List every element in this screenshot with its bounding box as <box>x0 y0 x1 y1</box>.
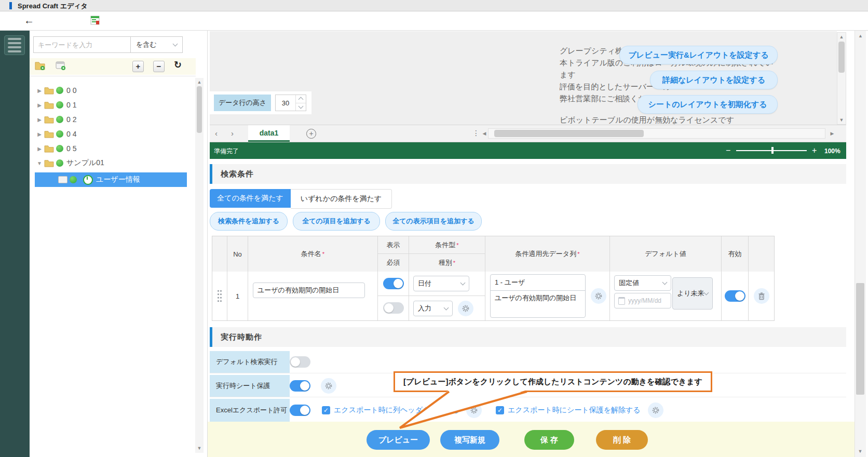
preview-scrollbar-thumb[interactable] <box>838 42 845 73</box>
scroll-right-icon[interactable]: ▶ <box>829 131 836 136</box>
tree-item-sample01[interactable]: ▼ サンプル01 <box>35 156 187 170</box>
header-no: No <box>227 236 248 272</box>
expand-icon[interactable]: ▶ <box>35 88 44 93</box>
scroll-down-icon[interactable]: ▼ <box>195 446 204 451</box>
stepper-up-icon[interactable] <box>296 95 306 103</box>
add-folder-icon[interactable] <box>34 60 46 71</box>
tree-toolbar <box>30 58 196 75</box>
collapse-all-button[interactable]: − <box>153 61 165 72</box>
app-title: Spread Craft エディタ <box>18 2 88 11</box>
export-header-checkbox[interactable]: ✓ <box>322 406 330 414</box>
target-settings-gear-icon[interactable] <box>591 288 606 304</box>
scroll-up-icon[interactable]: ▲ <box>837 33 846 39</box>
kind-select[interactable]: 入力 <box>413 301 453 316</box>
export-unprotect-gear-icon[interactable] <box>648 402 663 418</box>
tree-item-label: 0 0 <box>66 86 76 95</box>
page-scrollbar-thumb[interactable] <box>856 283 864 395</box>
chevron-down-icon <box>704 290 709 295</box>
stepper-down-icon[interactable] <box>296 103 306 111</box>
tab-match-all[interactable]: 全ての条件を満たす <box>210 189 291 208</box>
add-all-items-button[interactable]: 全ての項目を追加する <box>293 212 380 231</box>
row-height-input[interactable] <box>276 95 295 111</box>
target-column-value: ユーザの有効期間の開始日 <box>491 291 585 305</box>
folder-icon <box>44 130 54 138</box>
zoom-percent: 100% <box>824 147 840 155</box>
tab-nav-right-icon[interactable]: › <box>231 129 234 138</box>
tree-item-05[interactable]: ▶ 0 5 <box>35 141 187 156</box>
required-toggle[interactable] <box>383 302 404 314</box>
target-column-box[interactable]: 1 - ユーザ ユーザの有効期間の開始日 <box>490 274 586 318</box>
enabled-toggle[interactable] <box>725 290 745 302</box>
scroll-down-icon[interactable]: ▼ <box>837 117 846 123</box>
scroll-left-icon[interactable]: ◀ <box>481 131 488 136</box>
delete-button[interactable]: 削 除 <box>596 430 648 450</box>
tree-item-02[interactable]: ▶ 0 2 <box>35 112 187 127</box>
tree-scrollbar[interactable]: ▲ <box>195 78 204 453</box>
drag-handle[interactable] <box>217 289 222 303</box>
add-condition-button[interactable]: 検索条件を追加する <box>210 212 288 231</box>
header-label: 種別 <box>439 258 452 267</box>
folder-icon <box>44 144 54 153</box>
add-sheet-icon[interactable]: + <box>306 129 316 139</box>
tree-item-04[interactable]: ▶ 0 4 <box>35 127 187 141</box>
required-asterisk: * <box>577 251 579 257</box>
excel-export-toggle[interactable] <box>290 405 310 416</box>
collapse-icon[interactable]: ▼ <box>35 160 44 166</box>
folder-icon <box>44 86 54 95</box>
sheet-protect-label: 実行時シート保護 <box>210 375 290 397</box>
tree-scrollbar-thumb[interactable] <box>197 86 202 133</box>
zoom-slider-thumb[interactable] <box>771 147 774 154</box>
match-mode-select[interactable]: を含む <box>131 36 183 53</box>
status-dot-icon <box>56 101 63 109</box>
runtime-behavior-header: 実行時動作 <box>210 327 846 347</box>
expand-all-button[interactable]: + <box>132 61 144 72</box>
row-height-stepper[interactable] <box>275 95 306 111</box>
refresh-icon[interactable]: ↻ <box>174 59 182 71</box>
scroll-up-icon[interactable]: ▲ <box>195 78 204 85</box>
preview-run-layout-button[interactable]: プレビュー実行&レイアウトを設定する <box>619 46 778 64</box>
section-accent-bar <box>210 327 212 347</box>
tree-item-01[interactable]: ▶ 0 1 <box>35 98 187 112</box>
sheet-tab-data1[interactable]: data1 <box>248 125 290 142</box>
search-conditions-header: 検索条件 <box>210 164 846 184</box>
chevron-down-icon <box>460 280 466 286</box>
default-operator-select[interactable]: より未来 <box>672 277 713 310</box>
display-toggle[interactable] <box>383 278 404 289</box>
default-type-select[interactable]: 固定値 <box>614 275 671 291</box>
add-all-display-items-button[interactable]: 全ての表示項目を追加する <box>385 212 482 231</box>
tree-item-user-info-selected[interactable]: ユーザー情報 <box>35 172 187 187</box>
zoom-out-icon[interactable]: − <box>726 146 730 155</box>
keyword-search-input[interactable] <box>33 36 131 53</box>
expand-icon[interactable]: ▶ <box>35 117 44 123</box>
sheet-protect-gear-icon[interactable] <box>321 378 336 394</box>
tab-match-any[interactable]: いずれかの条件を満たす <box>291 189 392 209</box>
back-icon[interactable]: ← <box>24 15 34 26</box>
kind-settings-gear-icon[interactable] <box>458 301 473 316</box>
add-view-icon[interactable] <box>55 60 66 71</box>
expand-icon[interactable]: ▶ <box>35 146 44 152</box>
delete-row-trash-icon[interactable] <box>754 288 769 304</box>
detail-layout-button[interactable]: 詳細なレイアウトを設定する <box>650 71 778 89</box>
divider <box>30 76 196 76</box>
default-date-input[interactable]: yyyy/MM/dd <box>614 293 671 308</box>
header-name: 条件名* <box>248 236 378 272</box>
hamburger-menu-icon[interactable] <box>4 35 25 55</box>
notice-line: ピボットテーブルの使用が無効なライセンスです <box>560 114 778 126</box>
horizontal-scrollbar-thumb[interactable] <box>494 130 644 137</box>
reset-sheet-layout-button[interactable]: シートのレイアウトを初期化する <box>638 95 778 114</box>
side-rail <box>0 31 30 457</box>
status-dot-icon <box>56 159 63 167</box>
more-options-icon[interactable]: ⋮ <box>472 129 480 137</box>
tab-nav-left-icon[interactable]: ‹ <box>215 129 218 138</box>
expand-icon[interactable]: ▶ <box>35 131 44 137</box>
sheet-protect-toggle[interactable] <box>290 380 310 392</box>
expand-icon[interactable]: ▶ <box>35 102 44 108</box>
type-select[interactable]: 日付 <box>413 276 469 291</box>
condition-name-input[interactable] <box>253 283 365 298</box>
default-search-toggle[interactable] <box>290 356 310 368</box>
tree-item-00[interactable]: ▶ 0 0 <box>35 83 187 98</box>
scroll-up-icon[interactable]: ▲ <box>855 31 866 38</box>
zoom-in-icon[interactable]: + <box>812 146 817 155</box>
scroll-down-icon[interactable]: ▼ <box>855 449 866 454</box>
spreadsheet-icon[interactable] <box>90 16 100 25</box>
